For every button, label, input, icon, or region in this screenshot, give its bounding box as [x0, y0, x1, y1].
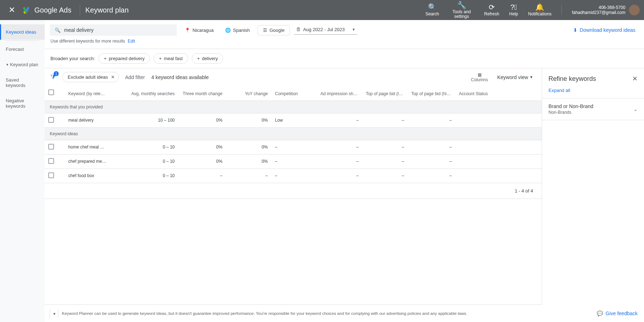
sidebar-item-forecast[interactable]: Forecast: [0, 42, 45, 57]
page-title: Keyword plan: [85, 6, 128, 14]
date-range-chip[interactable]: 🗓Aug 2022 - Jul 2023▼: [294, 25, 357, 35]
table-row[interactable]: chef prepared me… 0 – 10 0% 0% – – – –: [45, 154, 542, 169]
sidebar-item-keyword-ideas[interactable]: Keyword ideas: [0, 24, 45, 40]
cell-comp: –: [272, 154, 317, 169]
download-button[interactable]: ⬇Download keyword ideas: [573, 27, 639, 33]
divider: [561, 5, 562, 15]
expand-all-link[interactable]: Expand all: [542, 88, 644, 98]
help-action[interactable]: ?⃝Help: [504, 3, 523, 16]
filter-icon[interactable]: ⧩1: [50, 73, 56, 81]
bell-icon: 🔔: [535, 3, 544, 11]
col-low[interactable]: Top of page bid (low range): [362, 86, 408, 101]
table-row[interactable]: meal delivery 10 – 100 0% 0% Low – – –: [45, 113, 542, 127]
row-checkbox[interactable]: [48, 117, 54, 123]
row-checkbox[interactable]: [48, 158, 54, 164]
filter-chip-exclude-adult[interactable]: Exclude adult ideas✕: [62, 72, 119, 82]
refresh-icon: ⟳: [489, 3, 495, 11]
account-email: fahadhamid237@gmail.com: [572, 10, 625, 15]
ideas-available: 4 keyword ideas available: [151, 74, 209, 80]
table-row[interactable]: home chef meal … 0 – 10 0% 0% – – – –: [45, 140, 542, 154]
cell-high: –: [408, 140, 455, 154]
avatar[interactable]: [629, 5, 640, 15]
col-imp[interactable]: Ad impression share: [317, 86, 362, 101]
chevron-down-icon: ▼: [530, 75, 533, 79]
broaden-pill[interactable]: +prepared delivery: [98, 53, 150, 64]
sidebar-item-saved-keywords[interactable]: Saved keywords: [0, 72, 45, 93]
cell-low: –: [362, 169, 408, 183]
col-high[interactable]: Top of page bid (high range): [408, 86, 455, 101]
row-checkbox[interactable]: [48, 172, 54, 178]
location-chip[interactable]: 📍Nicaragua: [181, 25, 217, 35]
cell-low: –: [362, 140, 408, 154]
col-comp[interactable]: Competition: [272, 86, 317, 101]
remove-filter-icon[interactable]: ✕: [111, 74, 115, 80]
col-tmc[interactable]: Three month change: [178, 86, 226, 101]
cell-yoy: 0%: [226, 113, 272, 127]
columns-icon: ▦: [478, 72, 482, 77]
refine-group-brand[interactable]: Brand or Non-Brand Non-Brands ⌄: [542, 98, 644, 120]
search-action[interactable]: 🔍Search: [420, 3, 444, 16]
cell-tmc: 0%: [178, 113, 226, 127]
search-hint: Use different keywords for more results …: [45, 36, 644, 49]
add-filter-button[interactable]: Add filter: [125, 74, 145, 80]
cell-tmc: 0%: [178, 154, 226, 169]
google-ads-icon: [23, 6, 31, 14]
notifications-action[interactable]: 🔔Notifications: [523, 3, 556, 16]
sidebar-item-keyword-plan[interactable]: ▼Keyword plan: [0, 57, 45, 72]
network-chip[interactable]: ☰Google: [258, 25, 290, 35]
table-row[interactable]: chef food box 0 – 10 – – – – – –: [45, 169, 542, 183]
brand-name: Google Ads: [34, 6, 71, 14]
broaden-pill[interactable]: +delivery: [192, 53, 223, 64]
plus-icon: +: [104, 56, 107, 61]
refine-title: Refine keywords: [548, 75, 596, 83]
keyword-input[interactable]: [64, 27, 172, 33]
download-icon: ⬇: [573, 27, 577, 33]
broaden-row: Broaden your search: +prepared delivery …: [45, 49, 644, 68]
section-header: Keyword ideas: [45, 127, 542, 140]
footer-disclaimer: ◂ Keyword Planner can be used to generat…: [45, 304, 542, 322]
plus-icon: +: [159, 56, 162, 61]
col-avg[interactable]: Avg. monthly searches: [110, 86, 178, 101]
cell-acct: [455, 169, 542, 183]
broaden-label: Broaden your search:: [50, 56, 95, 61]
col-yoy[interactable]: YoY change: [226, 86, 272, 101]
cell-imp: –: [317, 169, 362, 183]
sidebar-item-negative-keywords[interactable]: Negative keywords: [0, 93, 45, 114]
cell-tmc: 0%: [178, 140, 226, 154]
cell-low: –: [362, 154, 408, 169]
cell-comp: Low: [272, 113, 317, 127]
cell-avg: 10 – 100: [110, 113, 178, 127]
brand-logo[interactable]: Google Ads: [19, 6, 75, 14]
chevron-down-icon: ▼: [352, 28, 356, 31]
section-header: Keywords that you provided: [45, 101, 542, 113]
row-checkbox[interactable]: [48, 144, 54, 150]
sidebar: Keyword ideas Forecast ▼Keyword plan Sav…: [0, 20, 45, 322]
search-icon: 🔍: [55, 28, 60, 33]
refine-group-title: Brand or Non-Brand: [548, 103, 593, 109]
tools-action[interactable]: 🔧Tools and settings: [444, 1, 479, 19]
collapse-footer-icon[interactable]: ◂: [50, 309, 58, 318]
give-feedback-button[interactable]: 💬Give feedback: [542, 305, 644, 322]
cell-keyword: chef prepared me…: [65, 154, 110, 169]
calendar-icon: 🗓: [296, 27, 301, 32]
select-all-checkbox[interactable]: [48, 89, 54, 95]
view-dropdown[interactable]: Keyword view▼: [494, 74, 536, 80]
columns-button[interactable]: ▦Columns: [471, 72, 488, 82]
broaden-pill[interactable]: +meal fast: [153, 53, 188, 64]
edit-link[interactable]: Edit: [128, 39, 135, 44]
keyword-search-input[interactable]: 🔍: [50, 24, 177, 36]
help-icon: ?⃝: [510, 3, 517, 11]
refine-group-sub: Non-Brands: [548, 110, 593, 115]
account-info[interactable]: 406-368-5700 fahadhamid237@gmail.com: [567, 5, 640, 15]
language-chip[interactable]: 🌐Spanish: [221, 25, 253, 35]
divider: [80, 5, 80, 15]
cell-high: –: [408, 154, 455, 169]
close-icon[interactable]: ✕: [4, 5, 19, 15]
col-keyword[interactable]: Keyword (by relevance): [65, 86, 110, 101]
refresh-action[interactable]: ⟳Refresh: [479, 3, 504, 16]
cell-keyword: meal delivery: [65, 113, 110, 127]
close-refine-icon[interactable]: ✕: [632, 75, 638, 83]
cell-comp: –: [272, 140, 317, 154]
col-acct[interactable]: Account Status: [455, 86, 542, 101]
chevron-down-icon: ⌄: [634, 107, 638, 112]
